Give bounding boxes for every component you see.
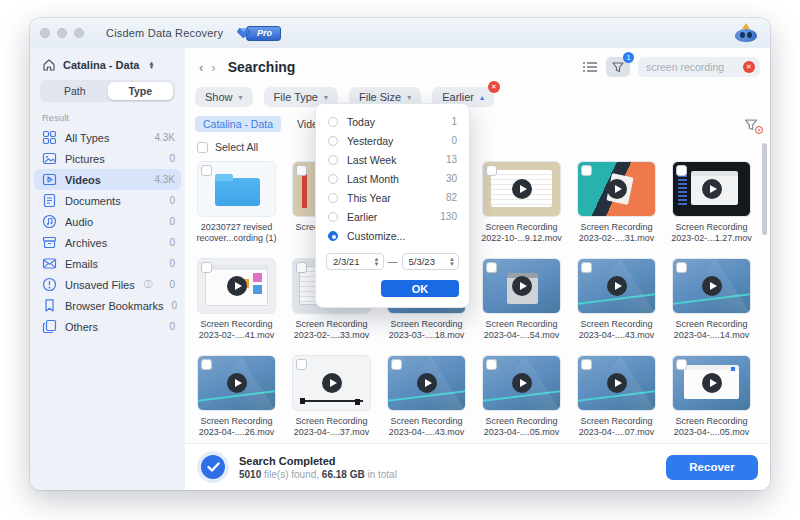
show-filter-dropdown[interactable]: Show▾ — [195, 87, 253, 107]
document-icon — [42, 193, 57, 208]
ok-button[interactable]: OK — [381, 280, 459, 297]
breadcrumb-drive-chip[interactable]: Catalina - Data — [195, 116, 281, 132]
info-icon[interactable]: ⓘ — [144, 278, 153, 291]
radio-icon[interactable] — [328, 117, 338, 127]
file-checkbox[interactable] — [201, 359, 212, 370]
play-icon — [702, 179, 722, 199]
search-input[interactable] — [646, 61, 743, 73]
file-card[interactable]: 20230727 revisedrecover...cording (1) — [189, 161, 284, 244]
clear-search-icon[interactable]: ✕ — [743, 61, 755, 73]
file-checkbox[interactable] — [296, 165, 307, 176]
file-card[interactable]: Screen Recording2023-04-....26.mov — [189, 355, 284, 438]
file-card[interactable]: Screen Recording2023-04-....14.mov — [664, 258, 759, 341]
sidebar-item-archives[interactable]: Archives 0 — [30, 232, 185, 253]
file-card[interactable]: Screen Recording2023-02-....41.mov — [189, 258, 284, 341]
sidebar-item-videos[interactable]: Videos 4.3K — [34, 169, 181, 190]
file-thumbnail[interactable] — [482, 355, 561, 411]
file-thumbnail[interactable] — [672, 161, 751, 217]
file-card[interactable]: Screen Recording2023-04-....43.mov — [379, 355, 474, 438]
stepper-icon[interactable]: ▲▼ — [449, 257, 455, 266]
file-thumbnail[interactable] — [577, 161, 656, 217]
sidebar-item-documents[interactable]: Documents 0 — [30, 190, 185, 211]
file-thumbnail[interactable] — [197, 355, 276, 411]
file-checkbox[interactable] — [676, 262, 687, 273]
option-today[interactable]: Today 1 — [316, 112, 469, 131]
scrollbar[interactable] — [762, 143, 767, 235]
file-checkbox[interactable] — [676, 359, 687, 370]
file-thumbnail[interactable] — [482, 258, 561, 314]
sidebar-item-others[interactable]: Others 0 — [30, 316, 185, 337]
file-thumbnail[interactable] — [482, 161, 561, 217]
file-card[interactable]: Screen Recording2023-02-....31.mov — [569, 161, 664, 244]
file-checkbox[interactable] — [486, 165, 497, 176]
option-earlier[interactable]: Earlier 130 — [316, 207, 469, 226]
tab-path[interactable]: Path — [42, 82, 108, 100]
option-last-month[interactable]: Last Month 30 — [316, 169, 469, 188]
radio-icon[interactable] — [328, 174, 338, 184]
close-window-button[interactable] — [40, 28, 50, 38]
file-thumbnail[interactable] — [197, 258, 276, 314]
option-yesterday[interactable]: Yesterday 0 — [316, 131, 469, 150]
file-card[interactable]: Screen Recording2023-04-....43.mov — [569, 258, 664, 341]
sidebar-item-all-types[interactable]: All Types 4.3K — [30, 127, 185, 148]
play-icon — [512, 179, 532, 199]
option-this-year[interactable]: This Year 82 — [316, 188, 469, 207]
option-last-week[interactable]: Last Week 13 — [316, 150, 469, 169]
date-from-stepper[interactable]: 2/3/21 ▲▼ — [326, 253, 384, 270]
file-checkbox[interactable] — [391, 359, 402, 370]
forward-button[interactable]: › — [207, 60, 219, 75]
radio-icon[interactable] — [328, 212, 338, 222]
picture-icon — [42, 151, 57, 166]
drive-selector[interactable]: Catalina - Data ▲▼ — [30, 56, 185, 80]
select-all-checkbox[interactable] — [197, 142, 208, 153]
file-checkbox[interactable] — [581, 165, 592, 176]
file-thumbnail[interactable] — [577, 258, 656, 314]
back-button[interactable]: ‹ — [195, 60, 207, 75]
file-thumbnail[interactable] — [577, 355, 656, 411]
file-card[interactable]: Screen Recording2023-04-....05.mov — [664, 355, 759, 438]
file-card[interactable]: Screen Recording2023-02-...1.27.mov — [664, 161, 759, 244]
sidebar-item-audio[interactable]: Audio 0 — [30, 211, 185, 232]
file-checkbox[interactable] — [581, 359, 592, 370]
remove-filter-badge[interactable]: ✕ — [488, 81, 500, 93]
recover-button[interactable]: Recover — [666, 455, 758, 480]
file-checkbox[interactable] — [201, 165, 212, 176]
radio-icon[interactable] — [328, 193, 338, 203]
sidebar-item-unsaved-files[interactable]: Unsaved Files ⓘ 0 — [30, 274, 185, 295]
file-card[interactable]: Screen Recording2023-04-....54.mov — [474, 258, 569, 341]
sidebar-item-emails[interactable]: Emails 0 — [30, 253, 185, 274]
file-thumbnail[interactable] — [292, 355, 371, 411]
clear-filters-button[interactable]: ✕ — [744, 117, 760, 131]
sidebar-item-pictures[interactable]: Pictures 0 — [30, 148, 185, 169]
file-thumbnail[interactable] — [672, 258, 751, 314]
radio-icon[interactable] — [328, 136, 338, 146]
date-to-stepper[interactable]: 5/3/23 ▲▼ — [402, 253, 460, 270]
file-checkbox[interactable] — [296, 359, 307, 370]
file-card[interactable]: Screen Recording2023-04-....05.mov — [474, 355, 569, 438]
filter-button[interactable]: 1 — [606, 57, 630, 77]
file-checkbox[interactable] — [296, 262, 307, 273]
file-checkbox[interactable] — [676, 165, 687, 176]
tab-type[interactable]: Type — [108, 82, 174, 100]
file-thumbnail[interactable] — [672, 355, 751, 411]
mascot-icon[interactable] — [732, 23, 760, 43]
file-checkbox[interactable] — [201, 262, 212, 273]
minimize-window-button[interactable] — [57, 28, 67, 38]
list-view-icon[interactable] — [582, 60, 598, 74]
file-checkbox[interactable] — [486, 262, 497, 273]
stepper-icon[interactable]: ▲▼ — [374, 257, 380, 266]
folder-thumbnail[interactable] — [197, 161, 276, 217]
search-box[interactable]: ✕ — [638, 57, 760, 77]
traffic-lights[interactable] — [40, 28, 84, 38]
file-thumbnail[interactable] — [387, 355, 466, 411]
radio-selected-icon[interactable] — [328, 231, 338, 241]
sidebar-item-browser-bookmarks[interactable]: Browser Bookmarks 0 — [30, 295, 185, 316]
file-card[interactable]: Screen Recording2023-04-....07.mov — [569, 355, 664, 438]
zoom-window-button[interactable] — [74, 28, 84, 38]
radio-icon[interactable] — [328, 155, 338, 165]
option-customize[interactable]: Customize... — [316, 226, 469, 245]
file-checkbox[interactable] — [486, 359, 497, 370]
file-card[interactable]: Screen Recording2022-10-...9.12.mov — [474, 161, 569, 244]
file-checkbox[interactable] — [581, 262, 592, 273]
file-card[interactable]: Screen Recording2023-04-....37.mov — [284, 355, 379, 438]
